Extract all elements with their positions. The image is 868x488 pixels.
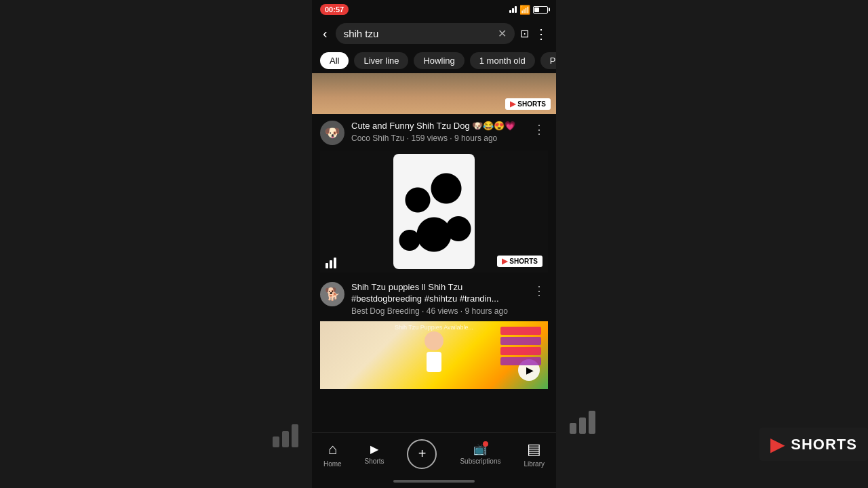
search-text: shih tzu [344, 28, 492, 39]
separator-1: · [407, 134, 412, 143]
notification-dot [483, 441, 488, 447]
back-button[interactable]: ‹ [320, 23, 330, 44]
baby-thumbnail[interactable]: Shih Tzu Puppies Available... ▶ [320, 321, 548, 389]
partial-thumbnail[interactable]: ▶ SHORTS [312, 73, 556, 114]
nav-library[interactable]: ▤ Library [518, 438, 550, 470]
search-input-container[interactable]: shih tzu ✕ [336, 23, 515, 44]
more-options-button[interactable]: ⋮ [534, 26, 548, 42]
video-item-1: 🐶 Cute and Funny Shih Tzu Dog 🐶😂😍💗 Coco … [312, 114, 556, 275]
channel-avatar-1[interactable]: 🐶 [320, 121, 344, 145]
library-icon: ▤ [527, 441, 541, 458]
more-options-2[interactable]: ⋮ [530, 282, 548, 300]
home-bar [393, 480, 475, 483]
chip-1-month-old[interactable]: 1 month old [470, 52, 535, 69]
home-label: Home [323, 460, 342, 468]
create-button[interactable]: + [407, 439, 437, 469]
status-bar: 00:57 📶 [312, 0, 556, 19]
right-bars-decoration [570, 411, 595, 434]
shorts-logo-icon: ▶ [510, 100, 515, 108]
video-info-1: Cute and Funny Shih Tzu Dog 🐶😂😍💗 Coco Sh… [351, 121, 524, 143]
video-subtitle-2: Best Dog Breeding · 46 views · 9 hours a… [351, 306, 524, 316]
nav-shorts[interactable]: ▶ Shorts [359, 440, 390, 468]
filter-chips-container: All Liver line Howling 1 month old Pri..… [312, 48, 556, 73]
baby-body [427, 352, 441, 372]
home-icon: ⌂ [328, 441, 337, 458]
channel-avatar-2[interactable]: 🐕 [320, 282, 344, 306]
loading-bars-icon [326, 258, 336, 268]
age-2: 9 hours ago [465, 306, 507, 316]
shorts-nav-icon: ▶ [370, 443, 378, 455]
channel-name-1: Coco Shih Tzu [351, 134, 405, 143]
dog-pattern [393, 154, 475, 269]
age-1: 9 hours ago [454, 134, 497, 143]
clear-search-button[interactable]: ✕ [498, 27, 507, 40]
shorts-label-top: SHORTS [517, 100, 546, 108]
video-title-2[interactable]: Shih Tzu puppies ll Shih Tzu #bestdogbre… [351, 282, 524, 305]
subscriptions-label: Subscriptions [460, 458, 500, 465]
shorts-label-1: SHORTS [509, 258, 538, 265]
views-2: 46 views [427, 306, 458, 316]
subscriptions-icon: 📺 [473, 443, 487, 455]
play-icon: ▶ [526, 365, 534, 375]
battery-icon [533, 6, 548, 14]
separator-2: · [450, 134, 454, 143]
shorts-badge-1: ▶ SHORTS [497, 256, 542, 267]
shorts-watermark-icon: ▶ [770, 433, 785, 455]
search-bar: ‹ shih tzu ✕ ⊡ ⋮ [312, 19, 556, 48]
shorts-nav-label: Shorts [365, 458, 384, 465]
nav-home[interactable]: ⌂ Home [318, 438, 347, 470]
background-boxes [500, 327, 541, 365]
phone-screen: 00:57 📶 ‹ shih tzu ✕ ⊡ ⋮ [312, 0, 556, 488]
separator-3: · [422, 306, 427, 316]
signal-icon [509, 6, 517, 13]
video-meta-1: 🐶 Cute and Funny Shih Tzu Dog 🐶😂😍💗 Coco … [320, 121, 548, 145]
baby-figure [417, 331, 451, 386]
library-label: Library [524, 460, 545, 468]
chip-liver-line[interactable]: Liver line [354, 52, 408, 69]
video-subtitle-1: Coco Shih Tzu · 159 views · 9 hours ago [351, 134, 524, 143]
shorts-watermark-text: SHORTS [791, 436, 857, 453]
decoration-bars [273, 424, 298, 447]
views-1: 159 views [412, 134, 448, 143]
content-area: ▶ SHORTS 🐶 Cute and Funny Shih Tzu Dog 🐶… [312, 73, 556, 432]
more-options-1[interactable]: ⋮ [530, 121, 548, 138]
video-item-2: 🐕 Shih Tzu puppies ll Shih Tzu #bestdogb… [312, 275, 556, 392]
baby-head [425, 331, 443, 350]
left-panel [0, 0, 312, 488]
right-panel: ▶ SHORTS [556, 0, 868, 488]
video-meta-2: 🐕 Shih Tzu puppies ll Shih Tzu #bestdogb… [320, 282, 548, 316]
shorts-watermark: ▶ SHORTS [760, 428, 868, 461]
shorts-thumbnail-1[interactable]: ▶ SHORTS [320, 150, 548, 272]
chip-price[interactable]: Pri... [540, 52, 556, 69]
chip-all[interactable]: All [320, 52, 349, 69]
bottom-navigation: ⌂ Home ▶ Shorts + 📺 Subscriptions ▤ [312, 432, 556, 474]
nav-subscriptions[interactable]: 📺 Subscriptions [454, 440, 506, 468]
video-title-1[interactable]: Cute and Funny Shih Tzu Dog 🐶😂😍💗 [351, 121, 524, 132]
status-icons: 📶 [509, 5, 548, 15]
chip-howling[interactable]: Howling [414, 52, 464, 69]
wifi-icon: 📶 [519, 5, 530, 15]
home-indicator [312, 474, 556, 488]
cast-icon[interactable]: ⊡ [520, 27, 529, 40]
status-time: 00:57 [320, 4, 349, 15]
thumb-overlay-text: Shih Tzu Puppies Available... [395, 324, 473, 331]
thumb-inner-1 [393, 154, 475, 269]
nav-create[interactable]: + [401, 436, 442, 472]
video-info-2: Shih Tzu puppies ll Shih Tzu #bestdogbre… [351, 282, 524, 316]
create-icon: + [418, 446, 427, 462]
shorts-icon-1: ▶ [502, 257, 507, 266]
shorts-badge-top: ▶ SHORTS [505, 98, 551, 110]
channel-name-2: Best Dog Breeding [351, 306, 420, 316]
